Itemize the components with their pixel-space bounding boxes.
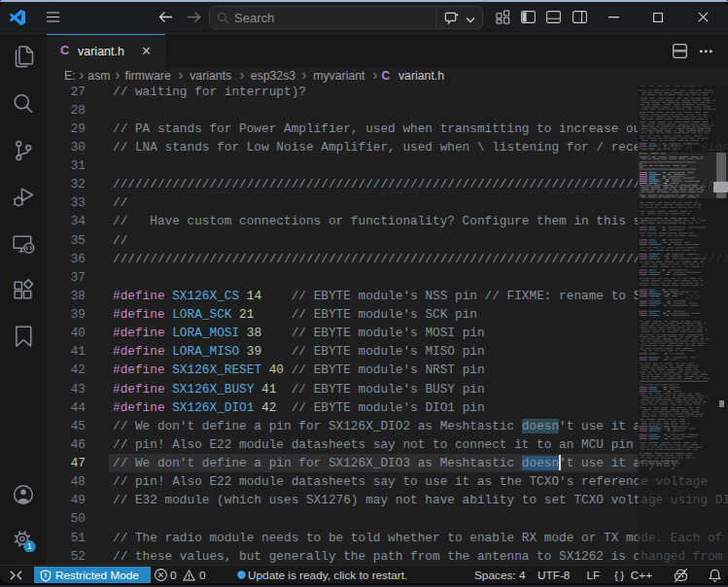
svg-text:1: 1 [27,541,32,551]
